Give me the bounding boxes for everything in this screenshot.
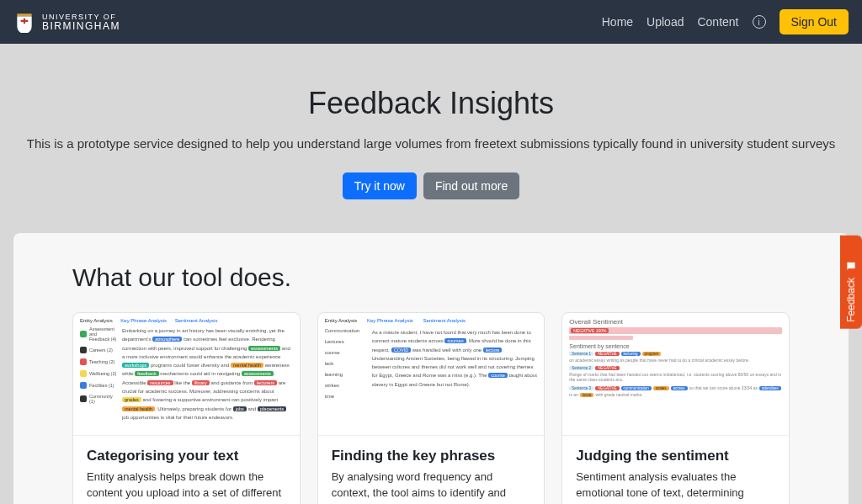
preview-tab: Key Phrase Analysis [120,318,167,323]
hero-buttons: Try it now Find out more [17,172,845,199]
card-preview-2: Entity Analysis Key Phrase Analysis Sent… [318,313,545,436]
feedback-tab[interactable]: Feedback [840,236,862,329]
brand[interactable]: UNIVERSITY OF BIRMINGHAM [13,11,120,33]
category-label: Assessment and Feedback (4) [89,326,117,342]
brand-crest-icon [13,11,35,33]
features-section: What our tool does. Entity Analysis Key … [13,233,849,504]
phrase-item: Lectures [325,339,365,344]
category-row: Assessment and Feedback (4) [80,326,117,342]
preview-tab: Entity Analysis [80,318,113,323]
phrase-item: course [325,350,365,355]
category-color-icon [80,382,87,389]
category-label: Community (1) [89,394,117,404]
card-title: Judging the sentiment [576,448,775,464]
category-label: Facilities (1) [89,383,114,388]
phrase-item: lack [325,361,365,366]
category-label: Teaching (2) [89,359,114,364]
brand-text: UNIVERSITY OF BIRMINGHAM [42,13,120,31]
phrase-item: time [325,394,365,399]
neg-label: NEGATIVE 100% [571,328,609,333]
hero: Feedback Insights This is a prototype se… [0,44,862,233]
category-color-icon [80,395,87,402]
nav-upload[interactable]: Upload [646,15,684,29]
card-title: Categorising your text [87,448,286,464]
preview-tab: Entity Analysis [325,318,358,323]
preview-subheader: Sentiment by sentence [569,343,782,349]
page-subtitle: This is a prototype service designed to … [17,136,845,151]
phrase-item: learning [325,372,365,377]
find-out-more-button[interactable]: Find out more [423,172,519,199]
card-sentiment: Overall Sentiment NEGATIVE 100% Sentimen… [561,312,790,504]
category-color-icon [80,370,87,377]
card-preview-1: Entity Analysis Key Phrase Analysis Sent… [73,313,300,436]
category-row: Facilities (1) [80,382,117,389]
category-row: Careers (2) [80,347,117,353]
section-heading: What our tool does. [72,263,790,292]
preview-tab: Sentiment Analysis [423,318,466,323]
preview-tab: Key Phrase Analysis [367,318,413,323]
try-button[interactable]: Try it now [343,172,417,199]
category-color-icon [80,358,87,365]
phrase-item: Communication [325,328,365,333]
category-row: Teaching (2) [80,358,117,365]
info-icon[interactable]: i [753,15,766,29]
brand-line-2: BIRMINGHAM [42,21,120,31]
category-row: Wellbeing (2) [80,370,117,377]
preview-tab: Sentiment Analysis [175,318,218,323]
feedback-label: Feedback [845,278,857,322]
preview-header: Overall Sentiment [569,318,782,326]
category-color-icon [80,331,87,337]
card-text: Entity analysis helps break down the con… [87,470,286,504]
cards-row: Entity Analysis Key Phrase Analysis Sent… [72,312,790,504]
card-title: Finding the key phrases [332,448,531,464]
signout-button[interactable]: Sign Out [780,9,849,34]
category-color-icon [80,347,87,353]
category-label: Wellbeing (2) [89,371,116,376]
card-categorising: Entity Analysis Key Phrase Analysis Sent… [72,312,301,504]
category-label: Careers (2) [89,347,113,353]
category-row: Community (1) [80,394,117,404]
card-key-phrases: Entity Analysis Key Phrase Analysis Sent… [317,312,545,504]
card-text: By analysing word frequency and context,… [332,470,531,504]
nav-home[interactable]: Home [602,15,633,29]
chat-icon [845,261,857,273]
nav-right: Home Upload Content i Sign Out [602,9,849,34]
page-title: Feedback Insights [17,86,845,121]
navbar: UNIVERSITY OF BIRMINGHAM Home Upload Con… [0,0,862,44]
phrase-item: strikes [325,383,365,388]
card-preview-3: Overall Sentiment NEGATIVE 100% Sentimen… [562,313,789,436]
card-text: Sentiment analysis evaluates the emotion… [576,470,775,504]
nav-content[interactable]: Content [697,15,738,29]
